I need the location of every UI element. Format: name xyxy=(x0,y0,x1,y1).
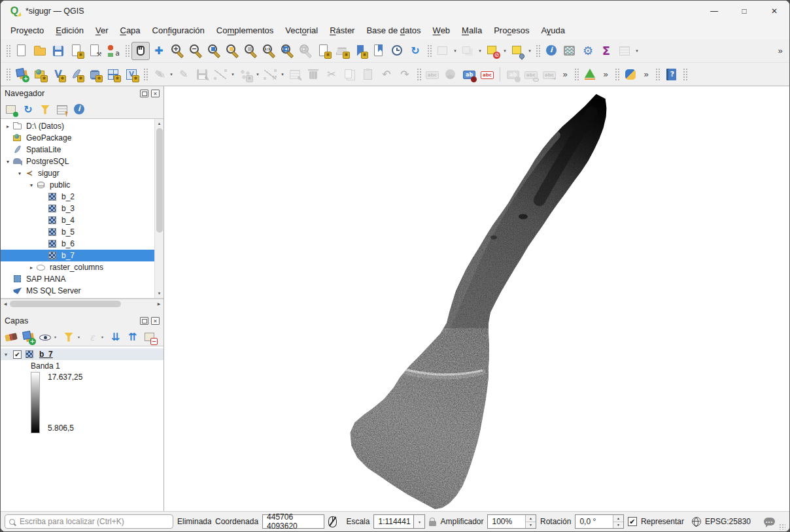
scrollbar-thumb[interactable] xyxy=(156,128,163,233)
map-canvas[interactable] xyxy=(164,86,789,511)
expander-icon[interactable]: ▾ xyxy=(1,352,11,357)
add-point-feature-dropdown[interactable]: ▾ xyxy=(254,65,261,84)
deselect-features-dropdown[interactable]: ▾ xyxy=(477,42,483,60)
new-print-layout-button[interactable]: ✱ xyxy=(67,42,86,60)
tree-item-b-2[interactable]: b_2 xyxy=(1,191,154,203)
toolbar-handle[interactable] xyxy=(426,44,432,58)
show-statistics-sum-button[interactable]: Σ xyxy=(597,42,615,60)
tree-item-geopackage[interactable]: GeoPackage xyxy=(1,132,154,144)
tree-item-sap-hana[interactable]: SAP HANA xyxy=(1,273,154,285)
collapse-all-browser-button[interactable]: ↑ xyxy=(54,102,70,118)
spinner-buttons[interactable]: ▲▼ xyxy=(525,515,536,528)
style-manager-button[interactable]: a xyxy=(104,42,122,60)
toolbar-handle[interactable] xyxy=(124,44,129,58)
mouse-extents-icon[interactable] xyxy=(328,516,337,527)
pan-map-button[interactable] xyxy=(131,42,150,60)
render-checkbox[interactable]: ✔ xyxy=(628,517,637,526)
zoom-last-button[interactable]: ◂ xyxy=(278,42,296,60)
spinner-buttons[interactable]: ▲▼ xyxy=(613,515,623,528)
expander-icon[interactable]: ▾ xyxy=(15,171,24,176)
select-features-by-form-button[interactable]: ⊘ xyxy=(483,42,502,60)
filter-browser-button[interactable] xyxy=(37,102,53,118)
select-features-dropdown[interactable]: ▾ xyxy=(452,42,458,60)
scrollbar-thumb[interactable] xyxy=(10,301,121,307)
scroll-up-icon[interactable]: ▲ xyxy=(155,119,163,128)
new-project-button[interactable] xyxy=(12,42,31,60)
scale-dropdown[interactable]: ▾ xyxy=(414,514,425,529)
close-panel-button[interactable]: ✕ xyxy=(151,317,160,325)
change-label-properties-button[interactable]: ab xyxy=(460,65,478,84)
digitize-with-segment-dropdown[interactable]: ▾ xyxy=(230,65,236,84)
expander-icon[interactable]: ▾ xyxy=(27,182,36,188)
zoom-native-resolution-button[interactable]: 1:1 xyxy=(260,42,278,60)
statistical-summary-button[interactable] xyxy=(560,42,579,60)
float-panel-button[interactable] xyxy=(140,90,148,97)
magnifier-spinbox[interactable]: 100% ▲▼ xyxy=(487,514,536,529)
menu-item-malla[interactable]: Malla xyxy=(456,23,488,38)
resize-grip[interactable] xyxy=(779,524,785,530)
new-3d-map-view-button[interactable]: ✱ xyxy=(333,42,351,60)
close-button[interactable]: ✕ xyxy=(759,1,789,22)
menu-item-complementos[interactable]: Complementos xyxy=(211,23,279,38)
locator-search[interactable] xyxy=(5,514,173,529)
add-group-button[interactable]: + xyxy=(20,329,36,345)
magnifier-value[interactable]: 100% xyxy=(488,515,525,528)
toolbar-handle[interactable] xyxy=(535,44,540,58)
tree-item-raster-columns[interactable]: ▸raster_columns xyxy=(1,261,154,273)
open-layer-styling-button[interactable] xyxy=(3,329,19,345)
filter-legend-dropdown[interactable]: ▾ xyxy=(78,335,83,339)
tree-item-postgresql[interactable]: ▾PostgreSQL xyxy=(1,156,154,167)
tree-item-spatialite[interactable]: SpatiaLite xyxy=(1,144,154,156)
expander-icon[interactable]: ▸ xyxy=(27,265,36,271)
close-panel-button[interactable]: ✕ xyxy=(151,90,160,97)
coordinate-input[interactable]: 445706 4093620 xyxy=(262,514,324,529)
processing-toolbox-button[interactable]: ⚙ xyxy=(579,42,597,60)
properties-widget-button[interactable]: i xyxy=(71,102,87,118)
help-contents-button[interactable]: ? xyxy=(662,65,680,84)
new-mesh-layer-button[interactable]: V✱ xyxy=(122,65,141,84)
tree-item-public[interactable]: ▾public xyxy=(1,179,154,191)
zoom-to-selection-button[interactable] xyxy=(241,42,260,60)
toolbar-handle[interactable] xyxy=(5,44,10,58)
open-data-source-manager-button[interactable]: + xyxy=(12,65,31,84)
scale-input[interactable]: 1:114441 xyxy=(373,514,414,529)
tree-item-d-datos[interactable]: ▸D:\ (Datos) xyxy=(1,120,154,132)
identify-features-button[interactable]: i xyxy=(542,42,560,60)
expander-icon[interactable]: ▾ xyxy=(3,159,12,165)
manage-map-themes-dropdown[interactable]: ▾ xyxy=(54,335,60,339)
menu-item-vectorial[interactable]: Vectorial xyxy=(279,23,324,38)
scroll-left-icon[interactable]: ◀ xyxy=(1,299,10,308)
vertex-tool-dropdown[interactable]: ▾ xyxy=(279,65,286,84)
rotation-value[interactable]: 0,0 ° xyxy=(575,515,613,528)
python-console-button[interactable] xyxy=(621,65,640,84)
menu-item-procesos[interactable]: Procesos xyxy=(488,23,535,38)
menu-item-base-de-datos[interactable]: Base de datos xyxy=(360,23,426,38)
zoom-out-button[interactable]: − xyxy=(186,42,205,60)
toolbar-handle[interactable] xyxy=(682,67,687,82)
new-shapefile-layer-button[interactable]: V✱ xyxy=(49,65,67,84)
tree-item-b-7[interactable]: b_7 xyxy=(1,250,154,261)
temporal-controller-button[interactable] xyxy=(388,42,406,60)
menu-item-web[interactable]: Web xyxy=(427,23,456,38)
menu-item-capa[interactable]: Capa xyxy=(114,23,146,38)
manage-map-themes-button[interactable] xyxy=(37,329,53,345)
menu-item-edicion[interactable]: Edición xyxy=(50,23,90,38)
expander-icon[interactable]: ▸ xyxy=(3,124,12,129)
new-geopackage-layer-button[interactable]: ✱ xyxy=(31,65,49,84)
open-project-button[interactable] xyxy=(31,42,49,60)
maximize-button[interactable]: □ xyxy=(729,1,759,22)
layer-visibility-checkbox[interactable]: ✔ xyxy=(13,350,22,359)
tree-item-b-6[interactable]: b_6 xyxy=(1,238,154,250)
toolbar-handle[interactable] xyxy=(416,67,421,82)
toolbar-handle[interactable] xyxy=(574,67,579,82)
scroll-down-icon[interactable]: ▼ xyxy=(155,289,163,298)
tree-item-b-5[interactable]: b_5 xyxy=(1,226,154,238)
toolbar-handle[interactable] xyxy=(655,67,660,82)
select-features-by-form-dropdown[interactable]: ▾ xyxy=(502,42,508,60)
browser-vertical-scrollbar[interactable]: ▲ ▼ xyxy=(154,119,163,298)
menu-item-proyecto[interactable]: Proyecto xyxy=(5,23,50,38)
browser-horizontal-scrollbar[interactable]: ◀ ▶ xyxy=(1,299,163,308)
rotation-spinbox[interactable]: 0,0 ° ▲▼ xyxy=(575,514,624,529)
crs-globe-icon[interactable] xyxy=(692,517,701,526)
tree-item-sigugr[interactable]: ▾≺sigugr xyxy=(1,167,154,179)
